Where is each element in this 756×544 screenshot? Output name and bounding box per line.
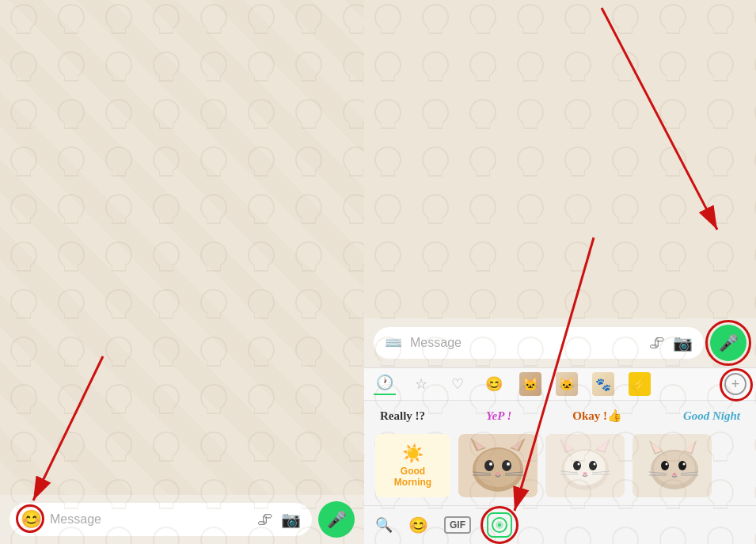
sticker-icon-btn[interactable] (487, 512, 512, 538)
add-sticker-pack-btn[interactable]: + (724, 373, 747, 395)
svg-point-49 (498, 523, 501, 527)
left-chat-area (0, 0, 364, 495)
mic-button-right[interactable]: 🎤 (710, 325, 747, 361)
right-panel: ⌨️ Message 🖇 📷 🎤 🕐 ☆ ♡ 😊 (364, 0, 756, 544)
left-panel: 😊 Message 🖇 📷 🎤 (0, 0, 364, 544)
right-chat-area (364, 0, 756, 318)
good-morning-sticker[interactable]: ☀️ Good Morning (375, 434, 450, 497)
emoji-button-left[interactable]: 😊 (21, 509, 42, 530)
